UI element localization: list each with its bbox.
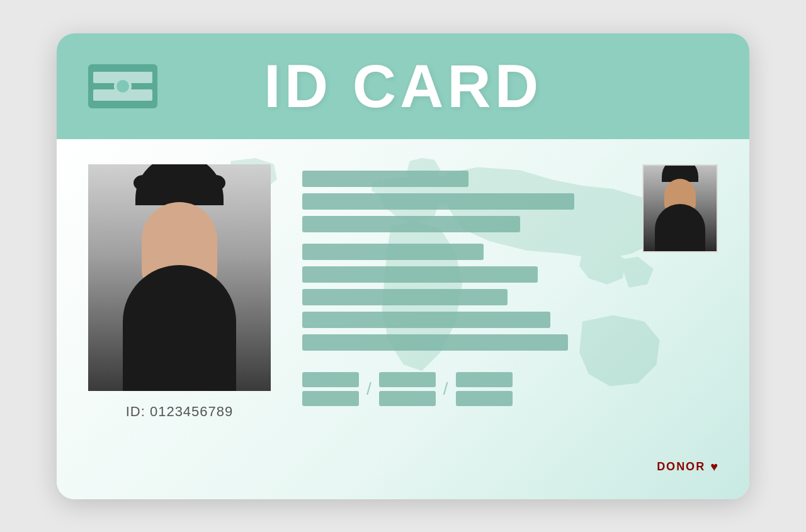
photo-hair	[135, 164, 224, 205]
date-row: / /	[302, 372, 604, 406]
info-bar	[302, 193, 574, 210]
info-bar	[302, 216, 520, 232]
info-bar	[302, 289, 508, 305]
date-bar	[302, 391, 359, 406]
date-block-1	[302, 372, 359, 406]
card-body: ID: 0123456789	[57, 139, 749, 499]
small-photo	[642, 164, 718, 252]
date-block-3	[456, 372, 513, 406]
id-number: ID: 0123456789	[126, 404, 234, 420]
card-left-section: ID: 0123456789	[88, 164, 271, 480]
card-header: ID CARD	[57, 33, 749, 139]
info-bar	[302, 312, 550, 328]
id-card: ID CARD	[57, 33, 749, 499]
card-info-section: / /	[302, 164, 604, 480]
logo-circle	[114, 77, 132, 95]
donor-label: DONOR	[657, 460, 705, 473]
info-bar	[302, 266, 538, 283]
info-bars-group1	[302, 171, 604, 232]
date-bar	[379, 372, 436, 387]
info-bar	[302, 244, 484, 260]
date-bar	[456, 391, 513, 406]
photo-body	[123, 265, 236, 391]
logo	[88, 64, 157, 108]
date-bar	[456, 372, 513, 387]
card-title: ID CARD	[157, 52, 649, 121]
card-right-section: DONOR ♥	[636, 164, 718, 480]
date-bar	[379, 391, 436, 406]
small-photo-body	[655, 204, 705, 251]
date-separator: /	[443, 380, 448, 398]
info-bar	[302, 334, 568, 351]
heart-icon: ♥	[710, 460, 718, 474]
info-bar	[302, 171, 468, 187]
date-block-2	[379, 372, 436, 406]
date-separator: /	[366, 380, 372, 398]
info-bars-group2	[302, 244, 604, 351]
main-photo	[88, 164, 271, 391]
date-bar	[302, 372, 359, 387]
donor-section: DONOR ♥	[657, 460, 718, 474]
